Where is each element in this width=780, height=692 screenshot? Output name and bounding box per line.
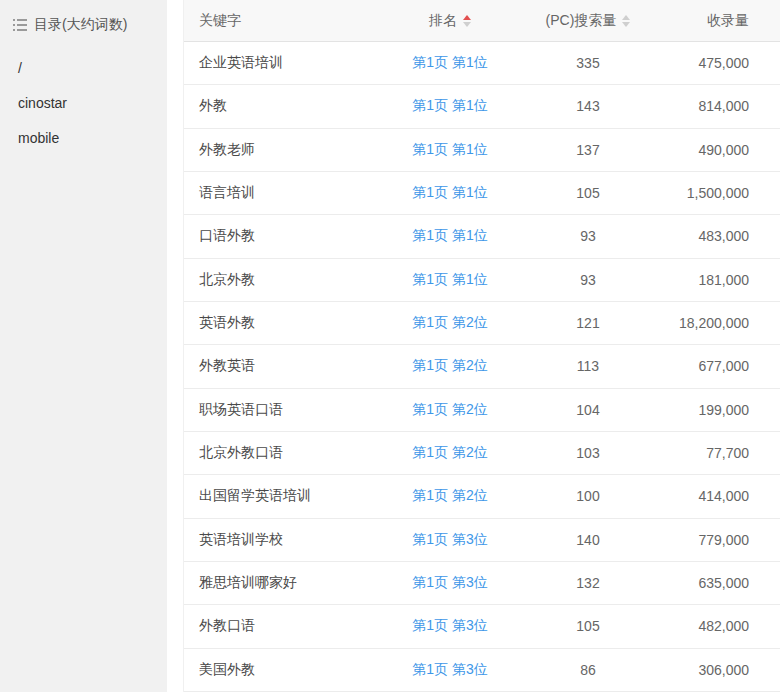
rank-link[interactable]: 第1页 第1位: [412, 271, 487, 289]
column-header-rank[interactable]: 排名: [390, 12, 510, 30]
search-volume-cell: 121: [510, 315, 666, 331]
app-root: 目录(大约词数) / cinostar mobile 关键字 排名 (PC)搜索…: [0, 0, 780, 692]
table-row: 口语外教 第1页 第1位 93 483,000: [184, 215, 780, 258]
column-header-index-volume-label: 收录量: [707, 12, 749, 28]
sidebar: 目录(大约词数) / cinostar mobile: [0, 0, 167, 692]
sidebar-item-root[interactable]: /: [0, 51, 167, 86]
rank-cell: 第1页 第3位: [390, 617, 510, 635]
rank-cell: 第1页 第1位: [390, 54, 510, 72]
rank-link[interactable]: 第1页 第3位: [412, 574, 487, 592]
table-row: 英语外教 第1页 第2位 121 18,200,000: [184, 302, 780, 345]
search-volume-cell: 93: [510, 272, 666, 288]
search-volume-cell: 113: [510, 358, 666, 374]
rank-cell: 第1页 第1位: [390, 184, 510, 202]
rank-link[interactable]: 第1页 第2位: [412, 314, 487, 332]
table-row: 职场英语口语 第1页 第2位 104 199,000: [184, 389, 780, 432]
sort-desc-icon[interactable]: [463, 22, 471, 27]
sidebar-list: / cinostar mobile: [0, 51, 167, 156]
keyword-cell: 语言培训: [184, 184, 390, 202]
rank-link[interactable]: 第1页 第1位: [412, 227, 487, 245]
rank-link[interactable]: 第1页 第3位: [412, 617, 487, 635]
keyword-cell: 英语培训学校: [184, 531, 390, 549]
search-volume-cell: 140: [510, 532, 666, 548]
search-volume-cell: 335: [510, 55, 666, 71]
index-volume-cell: 635,000: [666, 575, 780, 591]
keyword-cell: 外教英语: [184, 357, 390, 375]
column-header-index-volume[interactable]: 收录量: [666, 12, 780, 30]
keyword-cell: 美国外教: [184, 661, 390, 679]
index-volume-cell: 414,000: [666, 488, 780, 504]
rank-cell: 第1页 第1位: [390, 271, 510, 289]
rank-cell: 第1页 第2位: [390, 487, 510, 505]
table-header: 关键字 排名 (PC)搜索量 收录量: [184, 0, 780, 42]
rank-link[interactable]: 第1页 第1位: [412, 97, 487, 115]
search-volume-cell: 103: [510, 445, 666, 461]
table-row: 出国留学英语培训 第1页 第2位 100 414,000: [184, 475, 780, 518]
search-volume-cell: 105: [510, 185, 666, 201]
column-header-keyword[interactable]: 关键字: [184, 12, 390, 30]
table-row: 语言培训 第1页 第1位 105 1,500,000: [184, 172, 780, 215]
index-volume-cell: 18,200,000: [666, 315, 780, 331]
index-volume-cell: 1,500,000: [666, 185, 780, 201]
keyword-cell: 外教: [184, 97, 390, 115]
keyword-cell: 英语外教: [184, 314, 390, 332]
search-volume-cell: 93: [510, 228, 666, 244]
rank-link[interactable]: 第1页 第1位: [412, 141, 487, 159]
search-volume-cell: 104: [510, 402, 666, 418]
index-volume-cell: 779,000: [666, 532, 780, 548]
table-row: 美国外教 第1页 第3位 86 306,000: [184, 649, 780, 692]
rank-link[interactable]: 第1页 第1位: [412, 184, 487, 202]
sidebar-item-cinostar[interactable]: cinostar: [0, 86, 167, 121]
column-header-search-volume[interactable]: (PC)搜索量: [510, 12, 666, 30]
table-row: 企业英语培训 第1页 第1位 335 475,000: [184, 42, 780, 85]
rank-cell: 第1页 第2位: [390, 357, 510, 375]
keyword-table: 关键字 排名 (PC)搜索量 收录量 企业英语培训: [183, 0, 780, 692]
search-volume-cell: 137: [510, 142, 666, 158]
keyword-cell: 外教口语: [184, 617, 390, 635]
rank-link[interactable]: 第1页 第3位: [412, 531, 487, 549]
rank-link[interactable]: 第1页 第2位: [412, 487, 487, 505]
search-volume-cell: 100: [510, 488, 666, 504]
table-row: 英语培训学校 第1页 第3位 140 779,000: [184, 519, 780, 562]
index-volume-cell: 475,000: [666, 55, 780, 71]
sort-desc-icon[interactable]: [622, 22, 630, 27]
column-header-rank-label: 排名: [429, 12, 457, 30]
sort-asc-icon[interactable]: [622, 15, 630, 20]
rank-cell: 第1页 第1位: [390, 141, 510, 159]
search-volume-cell: 105: [510, 618, 666, 634]
rank-link[interactable]: 第1页 第2位: [412, 401, 487, 419]
index-volume-cell: 77,700: [666, 445, 780, 461]
rank-cell: 第1页 第2位: [390, 444, 510, 462]
rank-link[interactable]: 第1页 第2位: [412, 444, 487, 462]
rank-cell: 第1页 第2位: [390, 314, 510, 332]
index-volume-cell: 306,000: [666, 662, 780, 678]
rank-link[interactable]: 第1页 第2位: [412, 357, 487, 375]
table-row: 雅思培训哪家好 第1页 第3位 132 635,000: [184, 562, 780, 605]
keyword-cell: 口语外教: [184, 227, 390, 245]
index-volume-cell: 181,000: [666, 272, 780, 288]
index-volume-cell: 483,000: [666, 228, 780, 244]
index-volume-cell: 814,000: [666, 98, 780, 114]
keyword-cell: 北京外教口语: [184, 444, 390, 462]
search-volume-cell: 143: [510, 98, 666, 114]
search-volume-cell: 132: [510, 575, 666, 591]
rank-cell: 第1页 第1位: [390, 227, 510, 245]
sidebar-header: 目录(大约词数): [0, 0, 167, 34]
table-row: 外教英语 第1页 第2位 113 677,000: [184, 345, 780, 388]
keyword-cell: 企业英语培训: [184, 54, 390, 72]
table-row: 外教老师 第1页 第1位 137 490,000: [184, 129, 780, 172]
rank-cell: 第1页 第2位: [390, 401, 510, 419]
rank-sort-icons: [463, 15, 471, 27]
list-icon: [13, 19, 27, 31]
sort-asc-icon[interactable]: [463, 15, 471, 20]
rank-cell: 第1页 第3位: [390, 531, 510, 549]
table-body: 企业英语培训 第1页 第1位 335 475,000 外教 第1页 第1位 14…: [184, 42, 780, 692]
table-row: 北京外教 第1页 第1位 93 181,000: [184, 259, 780, 302]
rank-cell: 第1页 第3位: [390, 574, 510, 592]
rank-cell: 第1页 第3位: [390, 661, 510, 679]
sidebar-item-mobile[interactable]: mobile: [0, 121, 167, 156]
keyword-cell: 外教老师: [184, 141, 390, 159]
rank-link[interactable]: 第1页 第1位: [412, 54, 487, 72]
rank-cell: 第1页 第1位: [390, 97, 510, 115]
rank-link[interactable]: 第1页 第3位: [412, 661, 487, 679]
